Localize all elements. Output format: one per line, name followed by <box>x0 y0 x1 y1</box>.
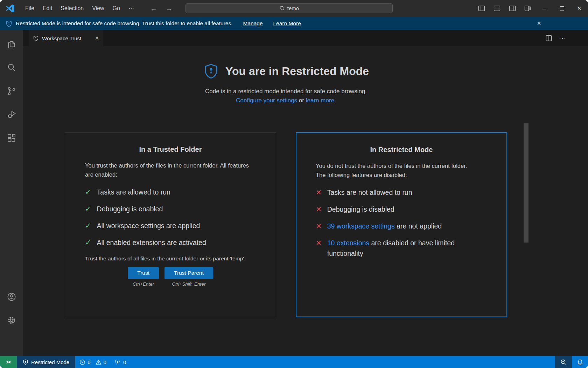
banner-learn-more-link[interactable]: Learn More <box>273 20 301 27</box>
command-center-search[interactable]: temo <box>186 3 393 13</box>
menu-go[interactable]: Go <box>108 0 124 17</box>
toggle-secondary-sidebar-icon[interactable] <box>505 0 520 17</box>
menu-selection[interactable]: Selection <box>56 0 88 17</box>
list-item-text: Tasks are not allowed to run <box>327 187 412 198</box>
list-item-text: All workspace settings are applied <box>97 220 200 231</box>
list-item: ✓Debugging is enabled <box>85 204 256 214</box>
trusted-feature-list: ✓Tasks are allowed to run ✓Debugging is … <box>85 187 256 248</box>
toggle-primary-sidebar-icon[interactable] <box>474 0 489 17</box>
editor-region: Workspace Trust ✕ ··· You are <box>23 30 588 356</box>
workspace-settings-link[interactable]: 39 workspace settings <box>327 222 395 230</box>
history-back-icon[interactable]: ← <box>150 5 157 13</box>
restricted-card-description: You do not trust the authors of the file… <box>316 161 487 179</box>
zoom-out-indicator[interactable] <box>555 356 572 368</box>
toggle-panel-icon[interactable] <box>489 0 505 17</box>
activity-bar <box>0 30 23 356</box>
remote-indicator[interactable]: >< <box>0 356 17 368</box>
trust-parent-button[interactable]: Trust Parent <box>164 267 213 279</box>
trust-button[interactable]: Trust <box>128 267 159 279</box>
cross-icon: ✕ <box>316 221 322 231</box>
restricted-mode-banner: Restricted Mode is intended for safe cod… <box>0 17 588 30</box>
list-item: ✕Tasks are not allowed to run <box>316 187 487 198</box>
editor-more-actions-icon[interactable]: ··· <box>559 35 566 42</box>
status-ports[interactable]: 0 <box>114 359 126 365</box>
account-icon[interactable] <box>3 288 20 305</box>
menu-edit[interactable]: Edit <box>38 0 57 17</box>
status-problems[interactable]: 0 0 <box>79 359 109 365</box>
shield-icon <box>6 20 12 27</box>
trusted-folder-card: In a Trusted Folder You trust the author… <box>65 132 276 317</box>
status-restricted-mode[interactable]: Restricted Mode <box>17 356 75 368</box>
workspace-trust-editor: You are in Restricted Mode Code is in a … <box>23 46 588 356</box>
minimize-button[interactable]: – <box>536 0 553 17</box>
zoom-out-icon <box>560 359 567 365</box>
restricted-mode-card: In Restricted Mode You do not trust the … <box>296 132 507 317</box>
extensions-icon[interactable] <box>3 130 20 146</box>
search-icon <box>279 6 285 11</box>
learn-more-link[interactable]: learn more <box>306 97 334 104</box>
subtitle-line2: Configure your settings or learn more. <box>65 96 507 105</box>
search-sidebar-icon[interactable] <box>3 59 20 76</box>
vscode-window: File Edit Selection View Go ··· ← → temo <box>0 0 588 368</box>
restricted-desc-line2: The following features are disabled: <box>316 172 407 178</box>
menu-view[interactable]: View <box>88 0 108 17</box>
restricted-desc-line1: You do not trust the authors of the file… <box>316 163 467 169</box>
trust-button-group: Trust Ctrl+Enter <box>128 267 159 287</box>
list-item: ✓All enabled extensions are activated <box>85 237 256 248</box>
titlebar: File Edit Selection View Go ··· ← → temo <box>0 0 588 17</box>
ports-count: 0 <box>123 359 126 365</box>
tab-bar: Workspace Trust ✕ ··· <box>23 30 588 46</box>
search-value: temo <box>287 5 299 11</box>
vscode-logo-icon <box>6 4 15 13</box>
check-icon: ✓ <box>85 204 91 214</box>
trust-heading: You are in Restricted Mode <box>65 63 507 79</box>
menu-overflow-icon[interactable]: ··· <box>124 0 138 17</box>
or-text: or <box>299 97 304 104</box>
editor-scrollbar[interactable] <box>524 123 528 243</box>
notifications-bell[interactable] <box>572 356 588 368</box>
titlebar-actions: – ✕ <box>474 0 588 17</box>
restricted-mode-label: Restricted Mode <box>31 359 69 365</box>
extensions-link[interactable]: 10 extensions <box>327 239 369 247</box>
tab-close-icon[interactable]: ✕ <box>95 35 99 41</box>
banner-message: Restricted Mode is intended for safe cod… <box>16 20 232 27</box>
banner-manage-link[interactable]: Manage <box>243 20 262 27</box>
period-text: . <box>334 97 336 104</box>
tab-title: Workspace Trust <box>42 35 81 41</box>
close-window-button[interactable]: ✕ <box>570 0 588 17</box>
list-item-text: 10 extensions are disabled or have limit… <box>327 238 487 259</box>
list-item: ✓All workspace settings are applied <box>85 220 256 231</box>
customize-layout-icon[interactable] <box>520 0 536 17</box>
bell-icon <box>577 359 583 366</box>
explorer-icon[interactable] <box>3 36 20 53</box>
split-editor-icon[interactable] <box>546 35 552 41</box>
configure-settings-link[interactable]: Configure your settings <box>236 97 297 104</box>
maximize-icon <box>560 6 564 11</box>
banner-close-icon[interactable]: ✕ <box>533 17 545 30</box>
menu-file[interactable]: File <box>21 0 38 17</box>
activity-bar-bottom <box>3 288 20 356</box>
tab-workspace-trust[interactable]: Workspace Trust ✕ <box>29 30 103 46</box>
maximize-button[interactable] <box>553 0 570 17</box>
status-bar: >< Restricted Mode 0 0 0 <box>0 356 588 368</box>
trusted-card-title: In a Trusted Folder <box>85 145 256 154</box>
subtitle-line1: Code is in a restricted mode intended fo… <box>65 87 507 96</box>
list-item-text: All enabled extensions are activated <box>97 237 206 248</box>
menu-bar: File Edit Selection View Go ··· <box>21 0 138 17</box>
check-icon: ✓ <box>85 187 91 197</box>
source-control-icon[interactable] <box>3 83 20 100</box>
cross-icon: ✕ <box>316 187 322 198</box>
warning-icon <box>96 359 102 365</box>
history-forward-icon[interactable]: → <box>166 5 173 13</box>
radio-tower-icon <box>114 359 121 365</box>
cross-icon: ✕ <box>316 238 322 248</box>
check-icon: ✓ <box>85 237 91 248</box>
trust-shortcut: Ctrl+Enter <box>133 281 154 287</box>
error-count: 0 <box>88 359 90 365</box>
cross-icon: ✕ <box>316 204 322 214</box>
settings-gear-icon[interactable] <box>3 312 20 329</box>
restricted-feature-list: ✕Tasks are not allowed to run ✕Debugging… <box>316 187 487 259</box>
trust-parent-button-group: Trust Parent Ctrl+Shift+Enter <box>164 267 213 287</box>
list-item-text: Debugging is disabled <box>327 204 394 214</box>
run-and-debug-icon[interactable] <box>3 106 20 123</box>
